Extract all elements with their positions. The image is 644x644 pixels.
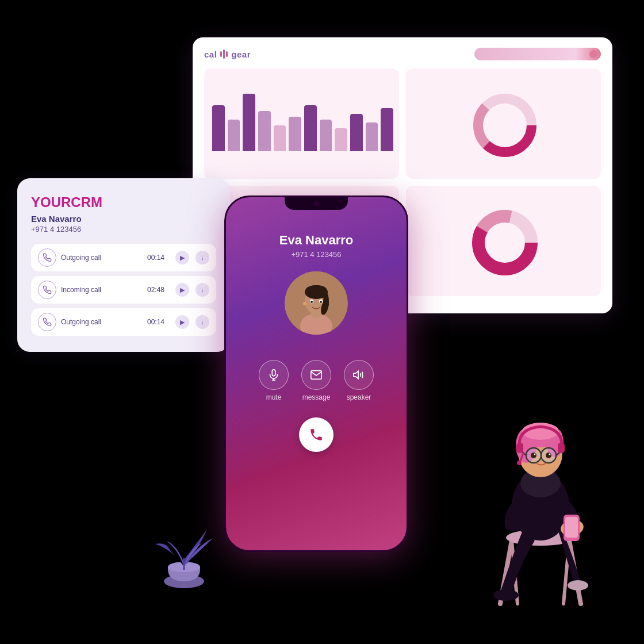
crm-contact-phone: +971 4 123456 xyxy=(31,225,216,233)
donut-chart-1 xyxy=(406,68,601,179)
bar-segment xyxy=(304,105,317,151)
svg-point-49 xyxy=(546,453,551,458)
crm-title-plain: YOUR xyxy=(31,194,71,210)
crm-card: YOURCRM Eva Navarro +971 4 123456 Outgoi… xyxy=(17,178,230,352)
download-button-3[interactable]: ↓ xyxy=(195,315,209,329)
phone-camera xyxy=(313,201,319,206)
call-type-2: Incoming call xyxy=(61,286,143,294)
svg-point-35 xyxy=(568,580,588,591)
svg-point-50 xyxy=(534,454,536,455)
donut-svg-1 xyxy=(470,91,539,160)
bar-segment xyxy=(212,105,225,151)
download-button-2[interactable]: ↓ xyxy=(195,283,209,297)
bar-segment xyxy=(243,94,255,151)
call-log-item-2: Incoming call 02:48 ▶ ↓ xyxy=(31,276,216,304)
svg-point-48 xyxy=(531,453,536,458)
dashboard-search-bar[interactable] xyxy=(474,48,601,60)
bar-chart-top-visual xyxy=(212,76,393,151)
bar-segment xyxy=(228,120,240,151)
call-duration-3: 00:14 xyxy=(147,318,164,326)
call-type-3: Outgoing call xyxy=(61,318,143,326)
avatar-svg xyxy=(285,271,348,335)
crm-card-title: YOURCRM xyxy=(31,194,216,210)
svg-rect-58 xyxy=(565,517,578,538)
donut-wrapper-1 xyxy=(414,76,595,174)
svg-rect-52 xyxy=(516,443,523,453)
bar-segment xyxy=(274,125,286,151)
logo-waveform xyxy=(220,49,228,59)
phone-action-buttons: mute message xyxy=(259,360,374,401)
download-button-1[interactable]: ↓ xyxy=(195,251,209,264)
bar-segment xyxy=(366,122,378,151)
mute-button[interactable]: mute xyxy=(259,360,289,401)
character-illustration xyxy=(466,374,627,615)
bar-segment xyxy=(258,111,271,151)
svg-point-19 xyxy=(320,301,322,303)
bar-chart-top xyxy=(204,68,399,179)
plant-svg xyxy=(138,475,230,590)
bar-segment xyxy=(335,128,347,151)
speaker-button[interactable]: speaker xyxy=(344,360,374,401)
wave-bar-3 xyxy=(226,51,228,57)
plant-decoration xyxy=(138,475,230,592)
phone-avatar xyxy=(285,271,348,335)
speaker-icon-circle xyxy=(344,360,374,390)
phone-contact-number: +971 4 123456 xyxy=(291,250,341,259)
donut-chart-2 xyxy=(406,186,601,296)
svg-point-14 xyxy=(306,285,327,294)
call-duration-1: 00:14 xyxy=(147,254,164,262)
phone-body: Eva Navarro +971 4 123456 xyxy=(224,195,408,552)
logo-text-gear: gear xyxy=(231,49,251,59)
phone-screen-content: Eva Navarro +971 4 123456 xyxy=(226,214,407,550)
donut-wrapper-2 xyxy=(414,194,595,292)
svg-marker-22 xyxy=(354,371,358,379)
message-label: message xyxy=(302,393,331,401)
message-icon-circle xyxy=(301,360,331,390)
wave-bar-1 xyxy=(220,51,222,57)
crm-title-accent: CRM xyxy=(71,194,102,210)
outgoing-call-icon-1 xyxy=(38,248,56,267)
wave-bar-2 xyxy=(223,49,225,59)
outgoing-call-icon-3 xyxy=(38,313,56,331)
bar-segment xyxy=(381,108,393,151)
incoming-call-icon-2 xyxy=(38,281,56,299)
dashboard-header: cal gear xyxy=(204,48,601,60)
call-duration-2: 02:48 xyxy=(147,286,164,294)
callgear-logo: cal gear xyxy=(204,49,251,59)
phone-contact-name: Eva Navarro xyxy=(279,233,353,248)
donut-svg-2 xyxy=(470,208,539,277)
bar-segment xyxy=(289,117,301,151)
svg-point-55 xyxy=(517,461,522,465)
bar-segment xyxy=(320,120,332,151)
svg-rect-53 xyxy=(558,443,565,453)
crm-contact-name: Eva Navarro xyxy=(31,214,216,224)
svg-point-20 xyxy=(303,302,306,305)
svg-point-18 xyxy=(310,301,313,303)
character-svg xyxy=(466,374,627,615)
play-button-3[interactable]: ▶ xyxy=(175,315,189,329)
bar-segment xyxy=(350,114,363,151)
search-dot xyxy=(589,50,597,58)
mute-icon-circle xyxy=(259,360,289,390)
call-log-item-1: Outgoing call 00:14 ▶ ↓ xyxy=(31,244,216,271)
svg-point-7 xyxy=(485,223,524,262)
play-button-1[interactable]: ▶ xyxy=(175,251,189,264)
svg-point-3 xyxy=(483,103,527,147)
call-type-1: Outgoing call xyxy=(61,254,143,262)
logo-text-cal: cal xyxy=(204,49,217,59)
svg-point-34 xyxy=(493,589,519,601)
phone-mockup: Eva Navarro +971 4 123456 xyxy=(224,195,408,552)
play-button-2[interactable]: ▶ xyxy=(175,283,189,297)
message-button[interactable]: message xyxy=(301,360,331,401)
speaker-label: speaker xyxy=(347,393,371,401)
hangup-button[interactable] xyxy=(299,417,334,452)
call-log-item-3: Outgoing call 00:14 ▶ ↓ xyxy=(31,308,216,336)
svg-rect-21 xyxy=(272,370,275,376)
svg-point-51 xyxy=(549,454,551,455)
mute-label: mute xyxy=(266,393,282,401)
